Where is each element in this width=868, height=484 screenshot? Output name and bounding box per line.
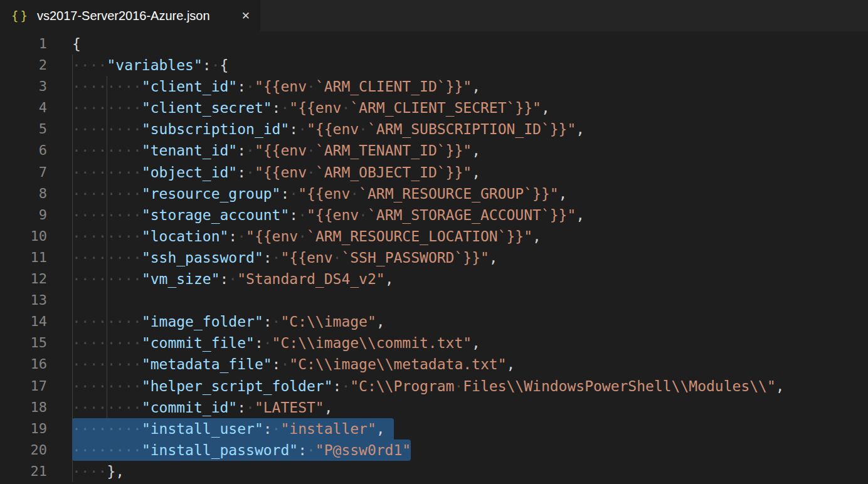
whitespace-dot: · bbox=[307, 442, 315, 458]
whitespace-dot: · bbox=[90, 207, 98, 223]
whitespace-dot: · bbox=[133, 164, 142, 181]
code-token: { bbox=[72, 36, 81, 52]
whitespace-dot: · bbox=[98, 142, 107, 159]
whitespace-dot: · bbox=[90, 313, 98, 330]
whitespace-dot: · bbox=[124, 121, 133, 137]
whitespace-dot: · bbox=[124, 228, 133, 245]
code-token: "{{env bbox=[280, 250, 332, 266]
code-line[interactable]: 18········"commit_id":·"LATEST", bbox=[0, 397, 868, 418]
whitespace-dot: · bbox=[90, 335, 98, 351]
whitespace-dot: · bbox=[107, 121, 115, 137]
line-number: 16 bbox=[0, 354, 47, 375]
code-line[interactable]: 5········"subscription_id":·"{{env·`ARM_… bbox=[0, 118, 868, 140]
code-area[interactable]: 1{2····"variables":·{3········"client_id… bbox=[0, 31, 868, 484]
whitespace-dot: · bbox=[124, 399, 133, 416]
whitespace-dot: · bbox=[454, 378, 463, 394]
whitespace-dot: · bbox=[98, 378, 107, 394]
line-text: ········"location":·"{{env·`ARM_RESOURCE… bbox=[72, 226, 541, 247]
code-token: "metadata_file" bbox=[142, 356, 272, 372]
code-line[interactable]: 19········"install_user":·"installer", bbox=[0, 418, 868, 439]
code-token: : bbox=[289, 207, 298, 223]
whitespace-dot: · bbox=[237, 228, 246, 245]
code-line[interactable]: 12········"vm_size":·"Standard_DS4_v2", bbox=[0, 268, 868, 290]
whitespace-dot: · bbox=[133, 100, 142, 116]
whitespace-dot: · bbox=[124, 313, 133, 330]
whitespace-dot: · bbox=[107, 78, 115, 95]
code-token: "variables" bbox=[107, 57, 202, 73]
tab-close-icon[interactable]: ✕ bbox=[241, 9, 250, 22]
code-line[interactable]: 14········"image_folder":·"C:\\image", bbox=[0, 311, 868, 332]
whitespace-dot: · bbox=[98, 207, 107, 223]
whitespace-dot: · bbox=[72, 442, 81, 458]
code-token: "storage_account" bbox=[142, 207, 289, 223]
whitespace-dot: · bbox=[72, 335, 81, 351]
whitespace-dot: · bbox=[280, 356, 289, 372]
whitespace-dot: · bbox=[72, 186, 81, 202]
whitespace-dot: · bbox=[81, 100, 90, 116]
code-token: "object_id" bbox=[142, 164, 237, 181]
code-content: ········"ssh_password":·"{{env·`SSH_PASS… bbox=[72, 247, 868, 268]
line-text: ········"metadata_file":·"C:\\image\\met… bbox=[72, 354, 515, 375]
whitespace-dot: · bbox=[98, 271, 107, 287]
code-line[interactable]: 2····"variables":·{ bbox=[0, 55, 868, 76]
code-token: "tenant_id" bbox=[142, 142, 237, 159]
code-token: : bbox=[220, 271, 229, 287]
code-line[interactable]: 10········"location":·"{{env·`ARM_RESOUR… bbox=[0, 226, 868, 247]
code-line[interactable]: 1{ bbox=[0, 33, 868, 55]
code-token: "image_folder" bbox=[142, 313, 263, 330]
code-token: "{{env bbox=[255, 164, 307, 181]
code-line[interactable]: 11········"ssh_password":·"{{env·`SSH_PA… bbox=[0, 247, 868, 268]
whitespace-dot: · bbox=[228, 271, 237, 287]
code-line[interactable]: 17········"helper_script_folder":·"C:\\P… bbox=[0, 376, 868, 397]
code-content: ····"variables":·{ bbox=[72, 55, 868, 76]
whitespace-dot: · bbox=[90, 164, 98, 181]
code-token: "vm_size" bbox=[142, 271, 220, 287]
whitespace-dot: · bbox=[72, 57, 81, 73]
code-line[interactable]: 13 bbox=[0, 290, 868, 311]
editor-tab[interactable]: {} vs2017-Server2016-Azure.json ✕ bbox=[0, 0, 260, 31]
code-token: , bbox=[507, 356, 516, 372]
whitespace-dot: · bbox=[133, 250, 142, 266]
code-line[interactable]: 9········"storage_account":·"{{env·`ARM_… bbox=[0, 204, 868, 226]
line-number: 5 bbox=[0, 118, 47, 140]
line-number: 9 bbox=[0, 204, 47, 226]
code-token: , bbox=[541, 100, 550, 116]
code-token: `ARM_CLIENT_ID`}}" bbox=[315, 78, 472, 95]
line-text: ········"image_folder":·"C:\\image", bbox=[72, 311, 385, 332]
code-line[interactable]: 6········"tenant_id":·"{{env·`ARM_TENANT… bbox=[0, 140, 868, 161]
line-number: 7 bbox=[0, 162, 47, 183]
code-line[interactable]: 16········"metadata_file":·"C:\\image\\m… bbox=[0, 354, 868, 375]
whitespace-dot: · bbox=[115, 228, 124, 245]
code-content: ········"install_password":·"P@ssw0rd1" bbox=[72, 439, 868, 461]
code-token: `ARM_TENANT_ID`}}" bbox=[315, 142, 472, 159]
code-line[interactable]: 15········"commit_file":·"C:\\image\\com… bbox=[0, 332, 868, 354]
code-line[interactable]: 21····}, bbox=[0, 461, 868, 482]
whitespace-dot: · bbox=[115, 207, 124, 223]
code-token: `ARM_CLIENT_SECRET`}}" bbox=[350, 100, 541, 116]
whitespace-dot: · bbox=[133, 442, 142, 458]
code-line[interactable]: 8········"resource_group":·"{{env·`ARM_R… bbox=[0, 183, 868, 204]
code-token: : bbox=[263, 421, 272, 437]
code-content: ········"client_id":·"{{env·`ARM_CLIENT_… bbox=[72, 76, 868, 97]
whitespace-dot: · bbox=[115, 142, 124, 159]
indent-guide bbox=[72, 290, 73, 311]
code-line[interactable]: 3········"client_id":·"{{env·`ARM_CLIENT… bbox=[0, 76, 868, 97]
line-text: ········"commit_file":·"C:\\image\\commi… bbox=[72, 332, 480, 354]
line-number: 2 bbox=[0, 55, 47, 76]
line-text: ········"vm_size":·"Standard_DS4_v2", bbox=[72, 268, 393, 290]
whitespace-dot: · bbox=[115, 313, 124, 330]
whitespace-dot: · bbox=[133, 399, 142, 416]
code-line[interactable]: 20········"install_password":·"P@ssw0rd1… bbox=[0, 439, 868, 461]
code-token: "installer" bbox=[280, 421, 376, 437]
whitespace-dot: · bbox=[124, 378, 133, 394]
code-token: "location" bbox=[142, 228, 228, 245]
code-token: , bbox=[472, 78, 480, 95]
code-line[interactable]: 4········"client_secret":·"{{env·`ARM_CL… bbox=[0, 97, 868, 118]
whitespace-dot: · bbox=[133, 271, 142, 287]
code-token: : bbox=[237, 164, 246, 181]
code-line[interactable]: 7········"object_id":·"{{env·`ARM_OBJECT… bbox=[0, 162, 868, 183]
whitespace-dot: · bbox=[81, 399, 90, 416]
line-number: 3 bbox=[0, 76, 47, 97]
code-token: "LATEST" bbox=[255, 399, 324, 416]
whitespace-dot: · bbox=[81, 250, 90, 266]
